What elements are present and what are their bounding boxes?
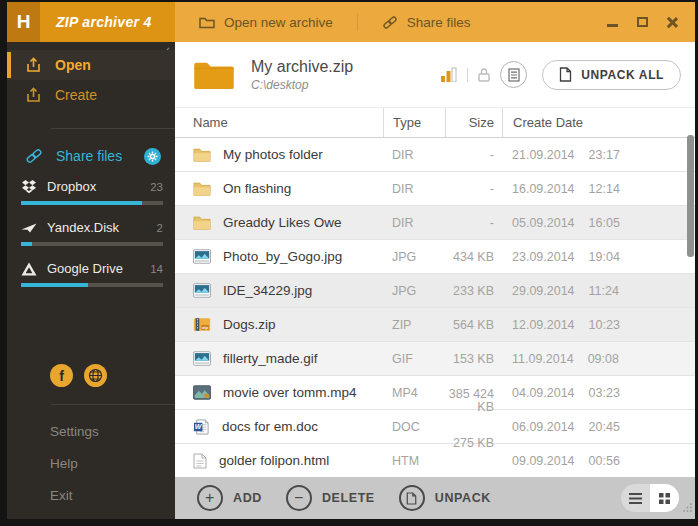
file-type: DIR [383, 138, 445, 171]
file-name: Photo_by_Gogo.jpg [223, 249, 342, 264]
tab-share-files[interactable]: Share files [382, 15, 471, 30]
grid-view-button[interactable] [650, 484, 679, 512]
file-size: 153 KB [445, 342, 502, 375]
image-file-icon [193, 351, 211, 366]
table-row[interactable]: IDE_34229.jpg JPG 233 KB 29.09.201411:24 [175, 274, 695, 308]
table-row[interactable]: Greaddy Likes Owe DIR - 05.09.201416:05 [175, 206, 695, 240]
sidebar-item-google-drive[interactable]: Google Drive 14 [7, 255, 175, 296]
file-type: ZIP [383, 308, 445, 341]
image-file-icon [193, 283, 211, 298]
file-type: GIF [383, 342, 445, 375]
file-name: movie over tomm.mp4 [223, 385, 357, 400]
dropbox-icon [21, 180, 37, 194]
sidebar-item-label: Open [55, 57, 91, 73]
facebook-icon[interactable]: f [50, 364, 73, 387]
svg-text:zip: zip [202, 325, 208, 330]
file-size: - [445, 206, 502, 239]
file-size: - [445, 172, 502, 205]
action-separator [467, 68, 468, 82]
archive-folder-icon [193, 59, 235, 91]
dropbox-progress-track [21, 201, 163, 205]
resize-grip[interactable] [682, 499, 693, 517]
document-icon [559, 67, 572, 82]
file-date: 21.09.2014 [512, 148, 575, 162]
file-size: 564 KB [445, 308, 502, 341]
maximize-button[interactable] [635, 15, 649, 29]
tab-open-new-archive[interactable]: Open new archive [199, 15, 333, 30]
document-icon [399, 485, 425, 511]
globe-icon[interactable] [84, 364, 107, 387]
table-row[interactable]: movie over tomm.mp4 MP4 385 424 KB 04.09… [175, 376, 695, 410]
file-type: MP4 [383, 376, 445, 409]
delete-button[interactable]: − DELETE [286, 485, 375, 511]
window-controls [605, 15, 679, 29]
unpack-button[interactable]: UNPACK [399, 485, 491, 511]
gdrive-progress-fill [21, 283, 88, 287]
sidebar-item-create[interactable]: Create [7, 80, 175, 110]
file-name: golder folipon.html [219, 453, 329, 468]
tab-label: Open new archive [224, 15, 333, 30]
word-doc-icon: W [193, 419, 210, 435]
unpack-label: UNPACK [435, 491, 491, 505]
file-date: 29.09.2014 [512, 284, 575, 298]
sidebar-item-help[interactable]: Help [7, 447, 175, 479]
sidebar-item-open[interactable]: Open [7, 50, 175, 80]
column-header-size[interactable]: Size [445, 108, 502, 137]
file-name: Dogs.zip [223, 317, 276, 332]
image-file-icon [193, 249, 211, 264]
file-date: 23.09.2014 [512, 250, 575, 264]
yandex-disk-icon [21, 221, 37, 234]
file-time: 03:23 [589, 386, 620, 400]
table-row[interactable]: fillerty_made.gif GIF 153 KB 11.09.20140… [175, 342, 695, 376]
sidebar-item-settings[interactable]: Settings [7, 415, 175, 447]
cloud-services: Dropbox 23 Yandex.Disk 2 [7, 173, 175, 296]
list-view-button[interactable] [621, 484, 650, 512]
table-row[interactable]: golder folipon.html HTM 09.09.201400:56 [175, 444, 695, 478]
google-drive-icon [21, 262, 37, 276]
dropbox-progress-fill [21, 201, 142, 205]
table-row[interactable]: zip Dogs.zip ZIP 564 KB 12.09.201410:23 [175, 308, 695, 342]
add-button[interactable]: + ADD [197, 485, 262, 511]
column-header-type[interactable]: Type [383, 108, 445, 137]
file-size: 275 KB [445, 426, 502, 459]
lock-icon[interactable] [477, 67, 491, 83]
unpack-all-button[interactable]: UNPACK ALL [542, 60, 681, 90]
cloud-label: Yandex.Disk [47, 220, 119, 235]
app-title: ZIP archiver 4 [40, 2, 175, 42]
file-size: 385 424 KB [445, 384, 502, 417]
minimize-button[interactable] [605, 15, 619, 29]
archive-name: My archive.zip [251, 58, 353, 76]
link-icon [382, 15, 398, 30]
table-row[interactable]: W docs for em.doc DOC 275 KB 06.09.20142… [175, 410, 695, 444]
cloud-count-badge: 23 [150, 181, 163, 193]
table-row[interactable]: My photos folder DIR - 21.09.201423:17 [175, 138, 695, 172]
file-name: My photos folder [223, 147, 323, 162]
file-type: JPG [383, 274, 445, 307]
sidebar-divider [51, 404, 175, 405]
sidebar-item-exit[interactable]: Exit [7, 479, 175, 511]
file-time: 23:17 [589, 148, 620, 162]
file-date: 12.09.2014 [512, 318, 575, 332]
table-row[interactable]: On flashing DIR - 16.09.201412:14 [175, 172, 695, 206]
share-settings-button[interactable] [144, 148, 161, 165]
app-window: H ZIP archiver 4 ‹ Open Create [7, 2, 695, 519]
sidebar-item-dropbox[interactable]: Dropbox 23 [7, 173, 175, 214]
stats-bars-icon[interactable] [440, 67, 458, 82]
sidebar-item-share-files[interactable]: Share files [7, 141, 175, 171]
file-size: 434 KB [445, 240, 502, 273]
column-header-create-date[interactable]: Create Date [502, 108, 695, 137]
close-button[interactable] [665, 15, 679, 29]
cloud-label: Dropbox [47, 179, 96, 194]
table-row[interactable]: Photo_by_Gogo.jpg JPG 434 KB 23.09.20141… [175, 240, 695, 274]
table-header: Name Type Size Create Date [175, 108, 695, 138]
file-list-icon[interactable] [500, 61, 527, 88]
plus-icon: + [197, 485, 223, 511]
file-time: 12:14 [589, 182, 620, 196]
column-header-name[interactable]: Name [175, 108, 383, 137]
sidebar-item-yandex-disk[interactable]: Yandex.Disk 2 [7, 214, 175, 255]
file-type: JPG [383, 240, 445, 273]
folder-icon [193, 147, 211, 162]
file-time: 19:04 [589, 250, 620, 264]
tab-separator [357, 13, 358, 31]
vertical-scrollbar-thumb[interactable] [687, 135, 694, 257]
